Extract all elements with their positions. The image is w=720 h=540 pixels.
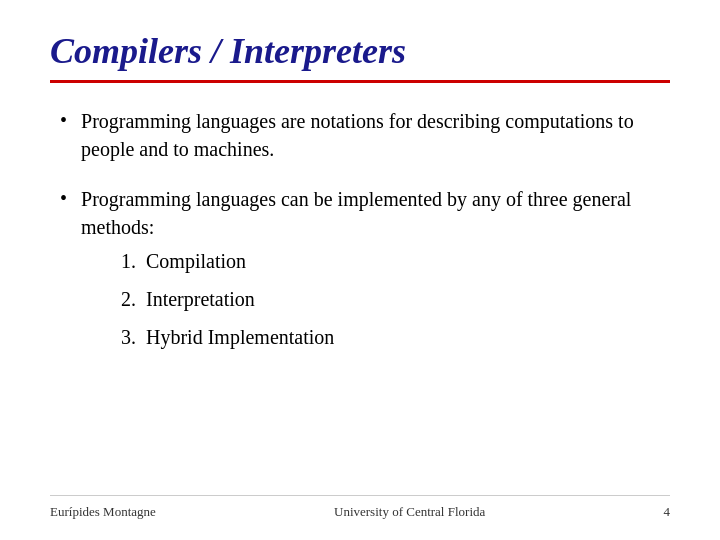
slide-content: • Programming languages are notations fo… [50, 107, 670, 495]
footer-institution: University of Central Florida [334, 504, 485, 520]
bullet-text-1: Programming languages are notations for … [81, 107, 670, 163]
slide-footer: Eurípides Montagne University of Central… [50, 495, 670, 520]
numbered-item-3: 3. Hybrid Implementation [121, 321, 670, 353]
numbered-item-2: 2. Interpretation [121, 283, 670, 315]
bullet-item-2: • Programming languages can be implement… [60, 185, 670, 359]
bullet-dot-1: • [60, 109, 67, 132]
bullet-item-1: • Programming languages are notations fo… [60, 107, 670, 163]
numbered-list: 1. Compilation 2. Interpretation 3. Hybr… [121, 245, 670, 353]
slide: Compilers / Interpreters • Programming l… [0, 0, 720, 540]
bullet-item-2-content: Programming languages can be implemented… [81, 185, 670, 359]
slide-title: Compilers / Interpreters [50, 30, 670, 72]
bullet-dot-2: • [60, 187, 67, 210]
footer-page-number: 4 [663, 504, 670, 520]
footer-author: Eurípides Montagne [50, 504, 156, 520]
numbered-item-1: 1. Compilation [121, 245, 670, 277]
title-container: Compilers / Interpreters [50, 30, 670, 83]
bullet-text-2: Programming languages can be implemented… [81, 188, 631, 238]
